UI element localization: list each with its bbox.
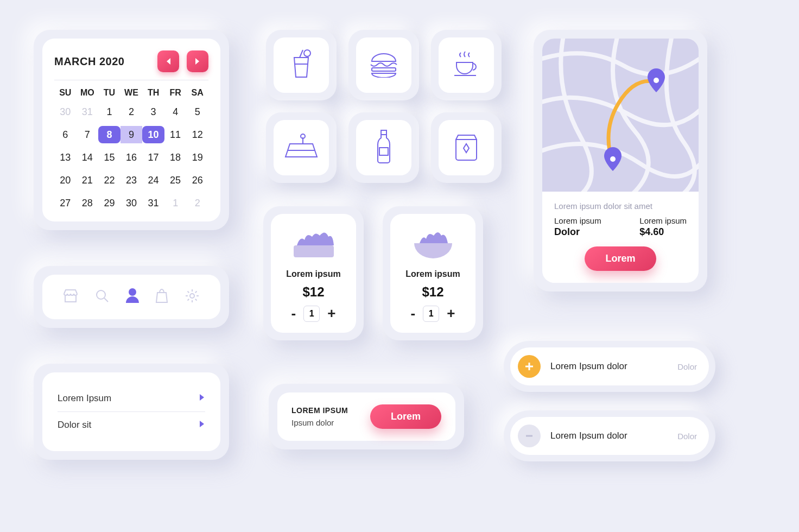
map-subtitle: Lorem ipsum dolor sit amet (554, 201, 687, 211)
svg-rect-15 (294, 245, 334, 257)
calendar-day[interactable]: 1 (98, 103, 121, 121)
calendar-prev-button[interactable] (157, 50, 179, 72)
action-row[interactable]: Lorem Ipsum dolorDolor (504, 410, 715, 461)
product-name: Lorem ipsum (286, 269, 340, 279)
calendar-dow: WE (121, 88, 143, 98)
nav-store[interactable] (62, 288, 79, 306)
action-right-label: Dolor (677, 362, 697, 371)
svg-point-13 (129, 289, 136, 295)
calendar-day[interactable]: 20 (54, 172, 77, 189)
action-row[interactable]: Lorem Ipsum dolorDolor (504, 341, 715, 392)
calendar-day[interactable]: 8 (98, 126, 121, 143)
calendar-day[interactable]: 4 (164, 103, 187, 121)
category-tile[interactable] (431, 112, 502, 183)
plus-icon (518, 355, 541, 378)
qty-decrement-button[interactable]: - (411, 305, 416, 322)
calendar-day[interactable]: 1 (164, 194, 187, 212)
calendar-header: MARCH 2020 (54, 50, 208, 80)
nav-bag[interactable] (155, 288, 168, 306)
action-right-label: Dolor (677, 432, 697, 441)
list-item-label: Lorem Ipsum (58, 393, 111, 404)
qty-value: 1 (423, 306, 439, 322)
calendar-day[interactable]: 11 (164, 126, 187, 143)
svg-point-11 (97, 290, 105, 299)
calendar-day[interactable]: 2 (186, 194, 208, 212)
category-tile[interactable] (266, 30, 337, 100)
bag-icon (155, 296, 168, 305)
calendar-day[interactable]: 16 (121, 149, 143, 166)
map-left-label: Lorem ipsum (554, 216, 601, 225)
bag-icon (453, 132, 480, 163)
list-item[interactable]: Dolor sit (58, 411, 205, 438)
calendar-day[interactable]: 31 (77, 103, 99, 121)
calendar-day[interactable]: 18 (164, 149, 187, 166)
qty-decrement-button[interactable]: - (291, 305, 296, 322)
gear-icon (184, 296, 200, 306)
drink-icon (287, 48, 316, 83)
calendar-day[interactable]: 30 (121, 194, 143, 212)
list-item[interactable]: Lorem Ipsum (58, 385, 205, 411)
calendar-day[interactable]: 19 (186, 149, 208, 166)
calendar-day[interactable]: 10 (142, 126, 164, 143)
category-tile[interactable] (431, 30, 502, 100)
product-card: Lorem ipsum$12-1+ (263, 206, 364, 340)
qty-increment-button[interactable]: + (447, 305, 455, 322)
map-card: Lorem ipsum dolor sit amet Lorem ipsum D… (534, 30, 707, 292)
calendar-next-button[interactable] (187, 50, 208, 72)
calendar-day[interactable]: 31 (142, 194, 164, 212)
calendar-dow: TH (142, 88, 164, 98)
qty-increment-button[interactable]: + (327, 305, 335, 322)
svg-line-12 (104, 298, 108, 302)
calendar-day[interactable]: 2 (121, 103, 143, 121)
chevron-right-icon (199, 420, 205, 430)
calendar-day[interactable]: 29 (98, 194, 121, 212)
svg-point-10 (654, 78, 659, 83)
calendar-day[interactable]: 17 (142, 149, 164, 166)
calendar-day[interactable]: 24 (142, 172, 164, 189)
calendar-day[interactable]: 7 (77, 126, 99, 143)
svg-point-14 (190, 294, 194, 298)
product-image (403, 224, 463, 264)
calendar-dow: MO (77, 88, 99, 98)
svg-point-0 (304, 50, 310, 56)
nav-gear[interactable] (184, 288, 200, 306)
calendar-day[interactable]: 30 (54, 103, 77, 121)
calendar-day[interactable]: 14 (77, 149, 99, 166)
calendar-day[interactable]: 21 (77, 172, 99, 189)
list-item-label: Dolor sit (58, 420, 91, 430)
chevron-right-icon (199, 393, 205, 404)
map-action-button[interactable]: Lorem (585, 246, 656, 271)
calendar-day[interactable]: 22 (98, 172, 121, 189)
calendar-day[interactable]: 25 (164, 172, 187, 189)
action-label: Lorem Ipsum dolor (550, 430, 668, 441)
calendar-day[interactable]: 27 (54, 194, 77, 212)
calendar-day[interactable]: 3 (142, 103, 164, 121)
nav-user[interactable] (125, 288, 139, 306)
category-tile[interactable] (266, 112, 337, 183)
map-left-value: Dolor (554, 226, 601, 238)
product-card: Lorem ipsum$12-1+ (383, 206, 483, 340)
calendar-day[interactable]: 5 (186, 103, 208, 121)
calendar-day[interactable]: 26 (186, 172, 208, 189)
nav-bar (34, 266, 229, 328)
calendar-day[interactable]: 9 (121, 126, 143, 143)
calendar-day[interactable]: 12 (186, 126, 208, 143)
cta-button[interactable]: Lorem (370, 404, 441, 429)
user-icon (125, 296, 139, 306)
calendar-day[interactable]: 6 (54, 126, 77, 143)
minus-icon (518, 425, 541, 447)
product-image (284, 224, 344, 264)
search-icon (94, 296, 110, 305)
nav-search[interactable] (94, 288, 110, 306)
map-view[interactable] (542, 39, 699, 192)
category-tile[interactable] (348, 30, 419, 100)
cta-subtitle: Ipsum dolor (291, 418, 348, 427)
category-tile[interactable] (348, 112, 419, 183)
calendar-day[interactable]: 23 (121, 172, 143, 189)
action-label: Lorem Ipsum dolor (550, 361, 668, 372)
coffee-icon (451, 49, 481, 81)
calendar-day[interactable]: 15 (98, 149, 121, 166)
calendar-day[interactable]: 13 (54, 149, 77, 166)
calendar-day[interactable]: 28 (77, 194, 99, 212)
store-icon (62, 296, 79, 305)
